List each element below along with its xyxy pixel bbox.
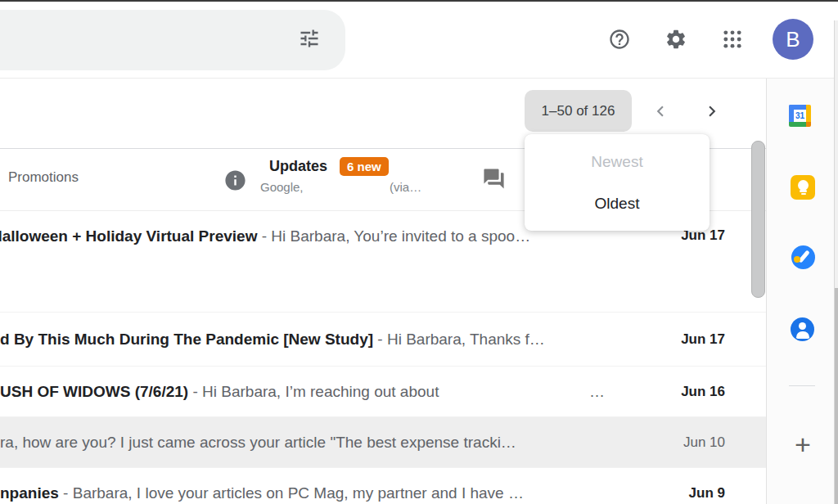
email-summary: USH OF WIDOWS (7/6/21) - Hi Barbara, I’m… xyxy=(0,383,671,401)
sidebar-item-tasks[interactable] xyxy=(791,245,815,269)
settings-button[interactable] xyxy=(665,28,687,51)
info-icon xyxy=(223,169,247,192)
gmail-window: B 1–50 of 126 Promotions Updates 6 new G… xyxy=(0,0,838,504)
email-subject: Halloween + Holiday Virtual Preview xyxy=(0,227,257,245)
tab-info-button[interactable] xyxy=(223,169,247,192)
new-badge: 6 new xyxy=(340,157,389,176)
tab-updates[interactable]: Updates 6 new Google,(via… xyxy=(269,157,421,194)
chat-icon xyxy=(482,167,506,191)
calendar-icon xyxy=(806,105,811,122)
email-snippet: Barbara, I love your articles on PC Mag,… xyxy=(73,484,524,502)
separator: - xyxy=(188,383,202,400)
separator: - xyxy=(257,227,271,245)
window-top-edge xyxy=(0,0,838,2)
gear-icon xyxy=(665,28,687,51)
email-date: Jun 10 xyxy=(683,434,725,451)
search-options-button[interactable] xyxy=(298,27,321,50)
separator: - xyxy=(373,331,387,348)
sort-menu: Newest Oldest xyxy=(525,134,710,231)
sort-option-oldest[interactable]: Oldest xyxy=(525,182,710,224)
header-divider xyxy=(0,78,838,79)
email-subject: d By This Much During The Pandemic [New … xyxy=(0,331,373,348)
email-row[interactable]: ra, how are you? I just came across your… xyxy=(0,416,766,467)
email-date: Jun 17 xyxy=(681,331,725,348)
sidebar-item-contacts[interactable] xyxy=(791,317,814,341)
tune-icon xyxy=(298,27,321,50)
get-addons-button[interactable]: + xyxy=(791,429,814,460)
email-summary: ra, how are you? I just came across your… xyxy=(0,434,674,452)
help-button[interactable] xyxy=(608,28,631,51)
email-row[interactable]: d By This Much During The Pandemic [New … xyxy=(0,312,766,366)
sidebar-item-keep[interactable] xyxy=(791,175,815,200)
email-summary: d By This Much During The Pandemic [New … xyxy=(0,331,671,349)
email-subject: USH OF WIDOWS (7/6/21) xyxy=(0,383,188,400)
newer-page-button[interactable] xyxy=(649,100,672,123)
google-apps-button[interactable] xyxy=(721,28,744,51)
search-input[interactable] xyxy=(0,10,345,70)
email-snippet: Hi Barbara, I’m reaching out about xyxy=(202,383,439,400)
sidebar-item-calendar[interactable]: 31 xyxy=(789,105,811,127)
help-icon xyxy=(608,28,631,51)
tab-updates-senders-left: Google, xyxy=(260,180,390,194)
pagination-count-button[interactable]: 1–50 of 126 xyxy=(525,90,632,132)
contacts-icon xyxy=(799,322,806,330)
apps-grid-icon xyxy=(721,28,744,51)
email-summary: npanies - Barbara, I love your articles … xyxy=(0,484,679,502)
email-snippet-ellipsis: … xyxy=(589,383,605,401)
list-scrollbar-thumb[interactable] xyxy=(751,141,765,298)
email-date: Jun 16 xyxy=(681,384,725,400)
tab-updates-label: Updates xyxy=(269,158,327,175)
sidebar-divider xyxy=(789,385,815,386)
older-page-button[interactable] xyxy=(701,100,723,123)
email-snippet: ra, how are you? I just came across your… xyxy=(0,434,516,451)
chat-tab-button[interactable] xyxy=(482,167,506,191)
email-list: Halloween + Holiday Virtual Preview - Hi… xyxy=(0,211,766,504)
tab-updates-senders: Google,(via… xyxy=(269,180,421,194)
email-subject: npanies xyxy=(0,484,59,502)
email-date: Jun 9 xyxy=(689,485,725,502)
email-row[interactable]: USH OF WIDOWS (7/6/21) - Hi Barbara, I’m… xyxy=(0,366,766,416)
separator: - xyxy=(59,484,73,502)
tab-updates-senders-right: (via… xyxy=(390,180,421,194)
email-row[interactable]: npanies - Barbara, I love your articles … xyxy=(0,467,766,504)
avatar[interactable]: B xyxy=(773,19,813,60)
email-snippet: Hi Barbara, Thanks f… xyxy=(387,331,545,348)
chevron-right-icon xyxy=(701,101,723,122)
tab-promotions[interactable]: Promotions xyxy=(8,169,79,186)
email-snippet: Hi Barbara, You’re invited to a spoo… xyxy=(271,227,530,245)
chevron-left-icon xyxy=(650,101,671,122)
header: B xyxy=(0,0,838,79)
window-scrollbar-thumb[interactable] xyxy=(835,288,838,504)
calendar-day-label: 31 xyxy=(794,110,806,122)
sort-option-newest[interactable]: Newest xyxy=(525,141,710,182)
plus-icon: + xyxy=(795,429,811,461)
